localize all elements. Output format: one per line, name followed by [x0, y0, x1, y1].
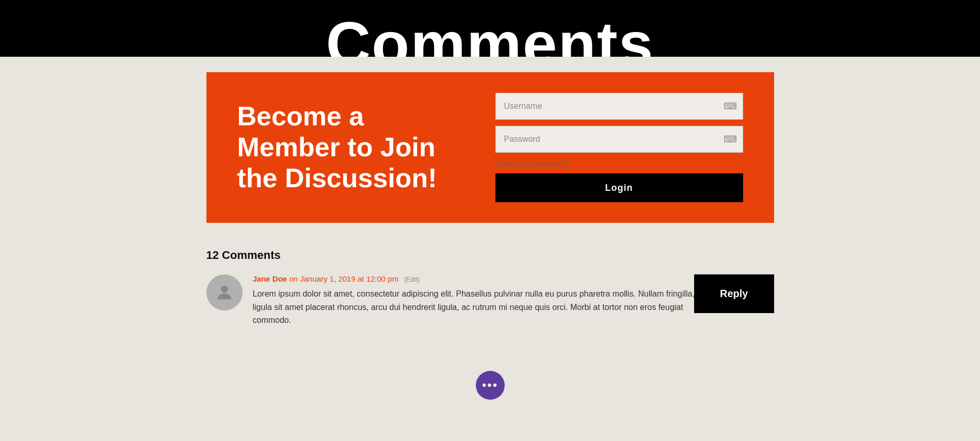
- comment-author: Jane Doe: [253, 274, 287, 283]
- floating-dots-button[interactable]: •••: [476, 371, 505, 400]
- comment-edit-link[interactable]: (Edit): [404, 275, 420, 283]
- comments-section: 12 Comments Jane Doe on January 1, 2019 …: [206, 249, 774, 327]
- password-wrapper: ⌨: [495, 126, 743, 153]
- login-form: ⌨ ⌨ Forgot your password? Login: [495, 93, 743, 202]
- main-content: Become a Member to Join the Discussion! …: [0, 72, 980, 327]
- password-input[interactable]: [495, 126, 743, 153]
- svg-point-0: [221, 286, 228, 292]
- page-title: Comments: [326, 13, 654, 57]
- login-button[interactable]: Login: [495, 173, 743, 202]
- username-input[interactable]: [495, 93, 743, 120]
- membership-headline: Become a Member to Join the Discussion!: [237, 101, 470, 193]
- membership-card: Become a Member to Join the Discussion! …: [206, 72, 774, 223]
- comment-text: Lorem ipsum dolor sit amet, consectetur …: [253, 287, 702, 327]
- comment-item: Jane Doe on January 1, 2019 at 12:00 pm …: [206, 274, 774, 327]
- header-bar: Comments: [0, 0, 980, 57]
- username-icon: ⌨: [724, 101, 737, 112]
- avatar-person-icon: [214, 282, 235, 303]
- username-wrapper: ⌨: [495, 93, 743, 120]
- forgot-password-link[interactable]: Forgot your password?: [495, 159, 743, 167]
- avatar: [206, 274, 243, 311]
- comment-date: on January 1, 2019 at 12:00 pm: [289, 274, 398, 283]
- comments-count: 12 Comments: [206, 249, 774, 262]
- reply-button[interactable]: Reply: [694, 274, 774, 313]
- password-icon: ⌨: [724, 134, 737, 145]
- dots-icon: •••: [482, 378, 498, 393]
